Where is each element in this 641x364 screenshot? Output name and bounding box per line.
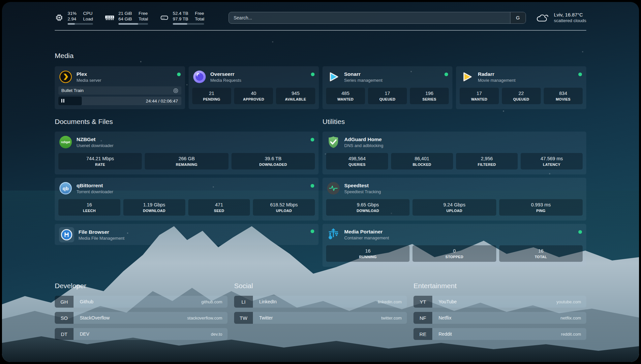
- bookmark-url: reddit.com: [561, 332, 581, 337]
- stat-seed: 471 SEED: [188, 199, 250, 216]
- service-description: Speedtest Tracking: [344, 189, 381, 195]
- cpu-resource-widget: 31% 2.94 CPU Load: [55, 11, 93, 25]
- stat-latency: 47.569 ms LATENCY: [521, 153, 583, 169]
- overseerr-icon: [193, 70, 206, 83]
- plex-icon: [59, 70, 72, 83]
- bookmark-name: StackOverflow: [80, 315, 109, 320]
- section-title-developer: Developer: [55, 281, 228, 290]
- radarr-icon: [460, 70, 473, 83]
- memory-icon: [105, 14, 114, 21]
- header-divider: [55, 30, 586, 31]
- service-name: Overseerr: [210, 71, 241, 77]
- stat-available: 945 AVAILABLE: [276, 88, 315, 104]
- stat-movies: 834 MOVIES: [544, 88, 583, 104]
- adguard-icon: [327, 136, 340, 149]
- stat-upload: 618.52 Mbps UPLOAD: [253, 199, 315, 216]
- stat-wanted: 17 WANTED: [460, 88, 499, 104]
- memory-usage-bar: [118, 23, 148, 25]
- stat-total: 16 TOTAL: [499, 245, 583, 262]
- playback-time: 24:44 / 02:06:47: [146, 99, 178, 104]
- stat-running: 16 RUNNING: [326, 245, 410, 262]
- search-provider-button[interactable]: G: [510, 12, 526, 23]
- bookmark-youtube[interactable]: YT YouTube youtube.com: [413, 296, 586, 308]
- weather-widget: Lviv, 16.87°C scattered clouds: [536, 12, 586, 24]
- stat-rate: 744.21 Mbps RATE: [58, 153, 142, 169]
- service-card-nzbget[interactable]: nzbget NZBGet Usenet downloader 744.21 M…: [55, 132, 319, 174]
- stat-upload: 9.24 Gbps UPLOAD: [412, 199, 496, 216]
- service-card-filebrowser[interactable]: File Browser Media File Management: [55, 224, 319, 245]
- service-card-portainer[interactable]: Media Portainer Container management 16 …: [322, 224, 586, 267]
- service-name: qBittorrent: [76, 182, 113, 189]
- bookmark-url: netflix.com: [561, 316, 581, 320]
- search-input[interactable]: [229, 12, 510, 23]
- status-dot: [177, 73, 181, 76]
- disk-values: 52.4 TB 97.9 TB: [173, 11, 188, 22]
- weather-condition: scattered clouds: [554, 18, 586, 24]
- snow-specks: [2, 2, 3, 3]
- media-grid: Plex Media server Bullet Train 24:44 / 0: [55, 66, 586, 109]
- search-bar: G: [229, 12, 526, 24]
- stat-queries: 498,564 QUERIES: [326, 153, 388, 169]
- service-name: Speedtest: [344, 182, 381, 189]
- bookmark-reddit[interactable]: RE Reddit reddit.com: [413, 328, 586, 340]
- stat-leech: 16 LEECH: [58, 199, 120, 216]
- service-description: Movie management: [478, 77, 515, 83]
- cpu-values: 31% 2.94: [68, 11, 76, 22]
- bookmark-url: github.com: [201, 299, 222, 304]
- bookmark-url: stackoverflow.com: [187, 316, 222, 320]
- service-description: Media Requests: [210, 77, 241, 83]
- service-name: Plex: [76, 71, 101, 77]
- service-name: File Browser: [78, 229, 124, 235]
- disk-resource-widget: 52.4 TB 97.9 TB Free Total: [160, 11, 204, 25]
- stat-ping: 0.993 ms PING: [499, 199, 583, 216]
- bookmark-abbr: LI: [234, 296, 253, 308]
- cloud-icon: [536, 13, 550, 23]
- stat-wanted: 485 WANTED: [326, 88, 365, 104]
- stat-download: 1.19 Gbps DOWNLOAD: [123, 199, 185, 216]
- bookmark-github[interactable]: GH Github github.com: [55, 296, 228, 308]
- status-dot: [311, 184, 314, 188]
- bookmark-linkedin[interactable]: LI LinkedIn linkedin.com: [234, 296, 407, 308]
- bookmark-twitter[interactable]: TW Twitter twitter.com: [234, 312, 407, 324]
- disk-icon: [160, 13, 169, 22]
- service-card-radarr[interactable]: Radarr Movie management 17 WANTED 22 QUE…: [456, 66, 586, 109]
- service-name: AdGuard Home: [344, 136, 383, 143]
- speedtest-icon: [327, 182, 340, 195]
- stat-blocked: 86,401 BLOCKED: [391, 153, 453, 169]
- service-card-adguard[interactable]: AdGuard Home DNS and adblocking 498,564 …: [322, 132, 586, 174]
- service-card-sonarr[interactable]: Sonarr Series management 485 WANTED 17 Q…: [322, 66, 453, 109]
- sonarr-icon: [327, 70, 340, 83]
- service-card-overseerr[interactable]: Overseerr Media Requests 21 PENDING 40 A…: [189, 66, 319, 109]
- bookmark-name: Reddit: [439, 331, 452, 337]
- filebrowser-icon: [59, 227, 74, 242]
- bookmark-name: LinkedIn: [259, 299, 277, 304]
- section-title-documents: Documents & Files: [55, 117, 319, 126]
- bookmark-abbr: SO: [55, 312, 74, 324]
- bookmark-stackoverflow[interactable]: SO StackOverflow stackoverflow.com: [55, 312, 228, 324]
- memory-resource-widget: 21 GiB 64 GiB Free Total: [105, 11, 148, 25]
- memory-values: 21 GiB 64 GiB: [118, 11, 132, 22]
- service-card-plex[interactable]: Plex Media server Bullet Train 24:44 / 0: [55, 66, 185, 109]
- portainer-icon: [327, 228, 340, 241]
- view-icon[interactable]: [173, 88, 178, 93]
- section-title-utilities: Utilities: [322, 117, 586, 126]
- bookmark-url: twitter.com: [381, 316, 402, 320]
- bookmark-netflix[interactable]: NF Netflix netflix.com: [413, 312, 586, 324]
- service-card-speedtest[interactable]: Speedtest Speedtest Tracking 9.65 Gbps D…: [322, 178, 586, 221]
- stat-approved: 40 APPROVED: [234, 88, 273, 104]
- service-card-qbittorrent[interactable]: qb qBittorrent Torrent downloader 16: [55, 178, 319, 221]
- bookmark-dev[interactable]: DT DEV dev.to: [55, 328, 228, 340]
- cpu-labels: CPU Load: [83, 11, 93, 22]
- bookmark-url: youtube.com: [557, 299, 581, 304]
- top-bar: 31% 2.94 CPU Load: [55, 2, 586, 25]
- qbittorrent-icon: qb: [59, 182, 72, 195]
- service-description: Torrent downloader: [76, 189, 113, 195]
- now-playing-title: Bullet Train: [61, 88, 84, 93]
- playback-progress-bar: 24:44 / 02:06:47: [58, 97, 181, 105]
- status-dot: [444, 73, 448, 76]
- svg-text:nzbget: nzbget: [61, 140, 70, 144]
- service-description: Media File Management: [78, 235, 124, 241]
- service-description: Container management: [344, 235, 389, 241]
- stat-remaining: 266 GB REMAINING: [145, 153, 228, 169]
- stat-download: 9.65 Gbps DOWNLOAD: [326, 199, 410, 216]
